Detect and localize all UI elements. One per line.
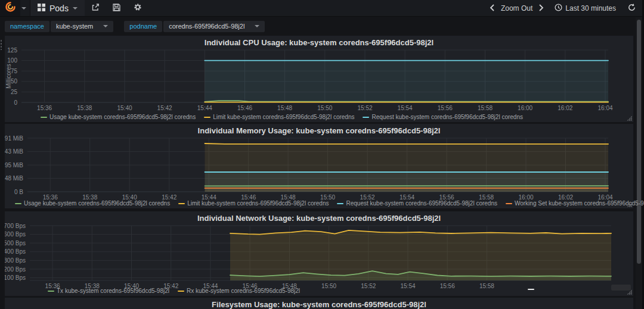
svg-text:15:58: 15:58 [479,283,494,289]
legend-series-dash-icon [506,203,512,204]
share-button[interactable] [85,0,106,16]
svg-text:600 Bps: 600 Bps [5,231,26,238]
cpu-usage-chart[interactable]: 125100755025015:3615:3815:4015:4215:4415… [5,36,633,122]
legend-item[interactable]: Tx kube-system coredns-695f96dcd5-98j2l [48,288,169,294]
dashboard-caret-down-icon [73,7,78,10]
panel-cpu-usage: Individual CPU Usage: kube-system coredn… [5,36,633,122]
share-icon [91,3,100,14]
legend-item[interactable]: Usage kube-system coredns-695f96dcd5-98j… [41,114,196,120]
legend-item[interactable]: Working Set kube-system coredns-695f96dc… [506,200,644,207]
variable-podname: podname coredns-695f96dcd5-98j2l [124,21,265,32]
grafana-logo-icon [5,2,16,14]
svg-text:700 Bps: 700 Bps [5,223,26,229]
cpu-chart-legend: Usage kube-system coredns-695f96dcd5-98j… [41,114,523,120]
dashboard-picker[interactable]: Pods [30,0,85,16]
settings-button[interactable] [127,0,148,16]
legend-item[interactable]: Rx kube-system coredns-695f96dcd5-98j2l [178,288,300,294]
caret-down-icon [255,25,259,27]
svg-text:100 Bps: 100 Bps [5,274,26,281]
variable-podname-label: podname [124,21,162,32]
top-navbar: Pods [0,0,644,17]
variable-namespace: namespace kube-system [5,21,113,32]
panel-title-filesystem[interactable]: Filesystem Usage: kube-system coredns-69… [5,300,633,309]
chevron-left-icon[interactable] [490,3,495,14]
svg-text:15:54: 15:54 [398,105,413,111]
svg-text:15:50: 15:50 [317,105,332,111]
variable-namespace-dropdown[interactable]: kube-system [51,21,113,32]
svg-text:15:44: 15:44 [197,105,212,111]
chevron-right-icon[interactable] [538,3,544,14]
panel-memory-usage: Individual Memory Usage: kube-system cor… [5,124,633,208]
svg-text:200 Bps: 200 Bps [5,266,26,273]
panel-title-network[interactable]: Individual Network Usage: kube-system co… [5,214,633,223]
svg-text:95 MiB: 95 MiB [5,162,23,168]
svg-text:48 MiB: 48 MiB [5,175,23,182]
legend-series-dash-icon [204,117,210,118]
svg-text:100: 100 [7,57,17,64]
svg-text:15:56: 15:56 [440,283,455,289]
blurred-artifact [611,285,631,291]
logo-caret-down-icon[interactable] [21,7,26,10]
svg-text:15:58: 15:58 [478,105,493,111]
navbar-right: Zoom Out Last 30 minutes [490,0,644,16]
svg-text:16:04: 16:04 [597,105,612,111]
svg-text:15:52: 15:52 [357,105,372,111]
panel-title-memory[interactable]: Individual Memory Usage: kube-system cor… [5,126,633,135]
row-collapse-handle[interactable] [0,39,2,50]
svg-text:125: 125 [7,47,17,54]
memory-usage-chart[interactable]: 191 MiB143 MiB95 MiB48 MiB0 B15:3615:381… [5,124,633,208]
variable-podname-dropdown[interactable]: coredns-695f96dcd5-98j2l [163,21,265,32]
settings-gear-icon [134,3,142,14]
legend-series-dash-icon [48,291,54,292]
svg-text:15:54: 15:54 [400,283,415,289]
legend-series-dash-icon [178,203,185,204]
time-range-picker[interactable]: Last 30 minutes [555,3,616,14]
svg-text:15:40: 15:40 [117,105,132,111]
svg-text:25: 25 [11,89,18,95]
clock-icon [555,3,562,14]
legend-series-dash-icon [363,117,369,118]
grafana-logo-button[interactable] [0,0,20,16]
network-chart-legend: Tx kube-system coredns-695f96dcd5-98j2lR… [48,288,300,294]
svg-text:15:56: 15:56 [438,105,453,111]
refresh-button[interactable] [628,3,636,14]
time-range-label: Last 30 minutes [565,4,616,13]
svg-text:0: 0 [14,99,17,106]
dashboard-title: Pods [49,4,69,13]
legend-series-dash-icon [15,203,21,204]
legend-item[interactable]: Limit kube-system coredns-695f96dcd5-98j… [178,200,329,207]
network-usage-chart[interactable]: 700 Bps600 Bps500 Bps400 Bps300 Bps200 B… [5,211,633,296]
svg-text:16:02: 16:02 [558,105,572,111]
svg-text:15:46: 15:46 [237,105,252,111]
svg-text:15:48: 15:48 [277,105,292,111]
template-variables-row: namespace kube-system podname coredns-69… [0,17,644,35]
navbar-left: Pods [0,0,148,16]
svg-text:500 Bps: 500 Bps [5,240,26,246]
legend-series-dash-icon [178,291,184,292]
legend-series-dash-icon [41,117,47,118]
zoom-out-button[interactable]: Zoom Out [501,4,532,13]
svg-text:15:52: 15:52 [361,283,376,289]
refresh-icon [628,3,636,14]
save-icon [113,3,120,14]
dashboard-grid-icon [38,3,45,14]
legend-item[interactable]: Limit kube-system coredns-695f96dcd5-98j… [204,114,354,120]
legend-series-dash-icon [337,203,343,204]
svg-text:143 MiB: 143 MiB [5,148,23,155]
legend-item[interactable]: Request kube-system coredns-695f96dcd5-9… [363,114,522,120]
scrollbar-thumb[interactable] [637,20,641,264]
svg-text:0 B: 0 B [14,189,23,195]
panel-title-cpu[interactable]: Individual CPU Usage: kube-system coredn… [5,38,633,47]
svg-text:15:38: 15:38 [77,105,92,111]
mouse-cursor-artifact [528,289,534,290]
svg-text:15:42: 15:42 [157,105,172,111]
svg-text:15:36: 15:36 [37,105,52,111]
svg-text:16:00: 16:00 [518,105,532,111]
memory-chart-legend: Usage kube-system coredns-695f96dcd5-98j… [15,200,644,207]
legend-item[interactable]: Usage kube-system coredns-695f96dcd5-98j… [15,200,170,207]
svg-text:191 MiB: 191 MiB [5,135,23,142]
variable-namespace-label: namespace [5,21,49,32]
panel-filesystem-usage: Filesystem Usage: kube-system coredns-69… [5,298,633,309]
legend-item[interactable]: Request kube-system coredns-695f96dcd5-9… [337,200,497,207]
save-button[interactable] [106,0,127,16]
